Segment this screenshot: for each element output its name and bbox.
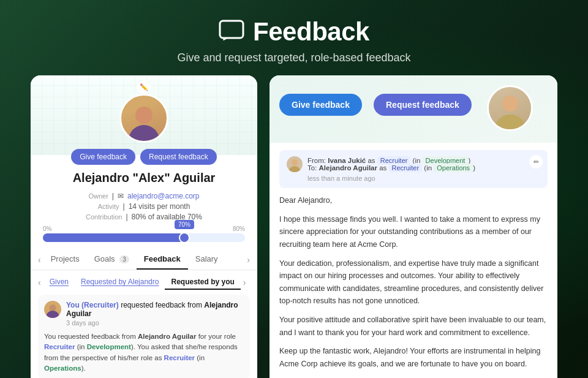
to-name: Alejandro Aguilar (319, 164, 377, 172)
meta-role-row: Owner | ✉ alejandro@acme.corp (86, 192, 202, 200)
svg-rect-0 (220, 21, 243, 38)
tabs-row: ‹ Projects Goals 3 Feedback Salary › (31, 249, 257, 270)
feedback-message-area: From: Ivana Jukić as Recruiter (in Devel… (270, 143, 557, 378)
left-profile-card: ✏️ Edit Give feedback Request feedback A… (31, 75, 257, 378)
meta-separator: | (112, 192, 114, 200)
profile-meta: Owner | ✉ alejandro@acme.corp Activity |… (74, 190, 214, 223)
to-line: To: Alejandro Aguilar as Recruiter (in O… (307, 164, 540, 172)
activity-value: 14 visits per month (129, 202, 190, 211)
meta-separator2: | (123, 202, 125, 211)
request-feedback-button-right[interactable]: Request feedback (374, 94, 472, 116)
paragraph-2: Your dedication, professionalism, and ex… (279, 257, 548, 308)
greeting: Dear Alejandro, (279, 194, 548, 207)
message-from-row: From: Ivana Jukić as Recruiter (in Devel… (287, 156, 540, 172)
actor-name: You (Recruiter) (66, 301, 119, 309)
tab-projects[interactable]: Projects (43, 249, 87, 270)
request-feedback-button-left[interactable]: Request feedback (140, 149, 217, 165)
meta-separator3: | (126, 213, 127, 221)
action-buttons: Give feedback Request feedback (71, 149, 216, 165)
edit-icon[interactable]: ✏️ (137, 80, 151, 94)
sender-avatar (487, 85, 533, 131)
tab-goals[interactable]: Goals 3 (87, 249, 137, 270)
body-dept2: Operations (44, 365, 81, 372)
profile-section: ✏️ Edit Give feedback Request feedback A… (31, 75, 257, 242)
message-edit-button[interactable]: ✏ (529, 155, 543, 168)
sub-tab-requested-by-you[interactable]: Requested by you (165, 275, 240, 290)
tabs-left-arrow[interactable]: ‹ (36, 252, 43, 267)
progress-labels: 0% 80% (43, 225, 245, 232)
sender-small-avatar (287, 156, 303, 172)
progress-bar: 70% (43, 233, 245, 242)
give-feedback-button-right[interactable]: Give feedback (279, 94, 362, 116)
page-header: Feedback Give and request targeted, role… (0, 0, 588, 75)
right-card-top: Give feedback Request feedback (270, 75, 557, 143)
tabs-inner: Projects Goals 3 Feedback Salary (43, 249, 245, 270)
tab-feedback[interactable]: Feedback (137, 249, 188, 270)
paragraph-1: I hope this message finds you well. I wa… (279, 213, 548, 251)
body-dept1: Development (87, 343, 131, 350)
goals-badge: 3 (119, 255, 129, 263)
main-content: ✏️ Edit Give feedback Request feedback A… (0, 75, 588, 378)
feedback-item: You (Recruiter) requested feedback from … (38, 295, 250, 378)
message-time: less than a minute ago (307, 175, 540, 182)
sub-tabs: ‹ Given Requested by Alejandro Requested… (31, 270, 257, 290)
page-subtitle: Give and request targeted, role-based fe… (0, 51, 588, 64)
feedback-item-header: You (Recruiter) requested feedback from … (44, 301, 244, 318)
feedback-body: You requested feedback from Alejandro Ag… (44, 331, 244, 374)
paragraph-4: Keep up the fantastic work, Alejandro! Y… (279, 345, 548, 370)
body-name1: Alejandro Aguilar (138, 333, 196, 340)
sub-tabs-right-arrow[interactable]: › (241, 275, 249, 290)
profile-avatar (119, 94, 168, 143)
from-line: From: Ivana Jukić as Recruiter (in Devel… (307, 157, 540, 164)
body-role1: Recruiter (44, 343, 75, 350)
tab-salary[interactable]: Salary (188, 249, 225, 270)
meta-activity-row: Activity | 14 visits per month (86, 202, 202, 211)
feedback-item-avatar (44, 301, 61, 318)
progress-0-label: 0% (43, 225, 51, 232)
message-header: From: Ivana Jukić as Recruiter (in Devel… (279, 150, 548, 188)
feedback-icon (219, 20, 246, 44)
body-role2: Recruiter (164, 354, 195, 361)
message-body: Dear Alejandro, I hope this message find… (279, 194, 548, 378)
give-feedback-button-left[interactable]: Give feedback (71, 149, 135, 165)
activity-label: Activity (98, 203, 119, 210)
sub-tab-requested-by-alex[interactable]: Requested by Alejandro (75, 275, 165, 290)
role-label: Owner (88, 192, 108, 200)
feedback-item-text: You (Recruiter) requested feedback from … (66, 301, 244, 318)
tabs-right-arrow[interactable]: › (244, 252, 252, 267)
progress-marker (179, 232, 190, 243)
to-dept: Operations (434, 164, 473, 172)
email-link[interactable]: alejandro@acme.corp (127, 192, 200, 200)
contribution-label: Contribution (86, 213, 122, 221)
progress-fill (43, 233, 184, 242)
progress-tooltip: 70% (175, 220, 194, 229)
envelope-icon: ✉ (118, 192, 124, 200)
profile-name: Alejandro "Alex" Aguilar (61, 171, 228, 185)
progress-80-label: 80% (233, 225, 245, 232)
from-name: Ivana Jukić (328, 157, 366, 164)
message-meta: From: Ivana Jukić as Recruiter (in Devel… (307, 157, 540, 172)
action-text: requested feedback from (121, 301, 204, 309)
feedback-date: 3 days ago (66, 319, 244, 327)
page-title: Feedback (0, 17, 588, 47)
sub-tabs-left-arrow[interactable]: ‹ (36, 275, 43, 290)
right-feedback-card: Give feedback Request feedback From: Iva… (270, 75, 557, 378)
sub-tab-given[interactable]: Given (43, 275, 75, 290)
paragraph-3: Your positive attitude and collaborative… (279, 314, 548, 339)
to-role: Recruiter (389, 164, 423, 172)
progress-section: 0% 80% 70% (31, 223, 257, 242)
